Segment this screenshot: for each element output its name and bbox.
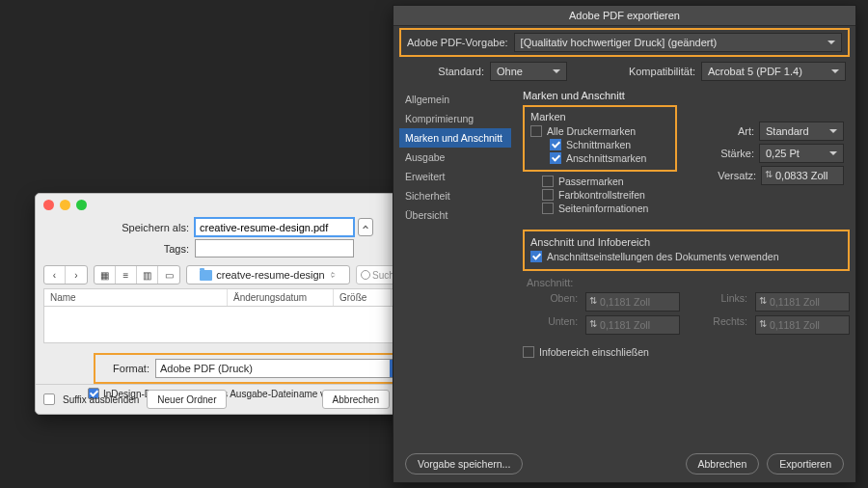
chevron-left-icon[interactable]: ‹ <box>44 266 66 284</box>
format-label: Format: <box>99 363 149 374</box>
cancel-button[interactable]: Abbrechen <box>322 390 390 409</box>
view-mode-segment[interactable]: ▦ ≡ ▥ ▭ <box>94 265 180 285</box>
mark-type-select[interactable]: Standard <box>759 122 844 141</box>
use-doc-bleed-checkbox[interactable] <box>530 251 542 262</box>
standard-select[interactable]: Ohne <box>490 62 567 81</box>
bleed-marks-checkbox[interactable] <box>550 152 561 164</box>
close-icon[interactable] <box>43 200 54 210</box>
save-preset-button[interactable]: Vorgabe speichern... <box>405 453 523 474</box>
export-sidebar: Allgemein Komprimierung Marken und Ansch… <box>399 90 511 360</box>
icon-view-icon[interactable]: ▦ <box>95 266 116 284</box>
save-as-label: Speichern als: <box>36 222 195 233</box>
registration-marks-checkbox[interactable] <box>542 176 554 187</box>
preset-label: Adobe PDF-Vorgabe: <box>407 37 508 48</box>
export-cancel-button[interactable]: Abbrechen <box>686 453 760 474</box>
compat-label: Kompatibilität: <box>629 66 695 77</box>
pdf-export-dialog: Adobe PDF exportieren Adobe PDF-Vorgabe:… <box>393 5 856 483</box>
bleed-subtitle: Anschnitt: <box>527 277 850 288</box>
sidebar-item-summary[interactable]: Übersicht <box>399 205 511 225</box>
page-info-checkbox[interactable] <box>542 203 554 214</box>
hide-suffix-checkbox[interactable] <box>43 393 55 405</box>
bleed-top-input: 0,1181 Zoll <box>585 292 680 312</box>
col-name[interactable]: Name <box>44 289 228 306</box>
minimize-icon[interactable] <box>60 200 70 210</box>
color-bars-checkbox[interactable] <box>542 189 554 201</box>
save-as-input[interactable] <box>195 218 354 236</box>
dialog-title: Adobe PDF exportieren <box>393 6 855 26</box>
col-size[interactable]: Größe <box>334 289 392 306</box>
include-slug-checkbox[interactable] <box>523 346 534 358</box>
col-date[interactable]: Änderungsdatum <box>228 289 334 306</box>
sidebar-item-security[interactable]: Sicherheit <box>399 186 511 205</box>
chevron-updown-icon <box>329 271 337 279</box>
sidebar-item-output[interactable]: Ausgabe <box>399 148 511 167</box>
tags-label: Tags: <box>36 243 195 255</box>
bleed-right-input: 0,1181 Zoll <box>755 315 850 335</box>
list-view-icon[interactable]: ≡ <box>116 266 137 284</box>
preset-row-highlight: Adobe PDF-Vorgabe: [Qualitativ hochwerti… <box>399 28 850 57</box>
column-view-icon[interactable]: ▥ <box>137 266 158 284</box>
sidebar-item-marks-bleed[interactable]: Marken und Anschnitt <box>399 128 511 148</box>
mark-weight-select[interactable]: 0,25 Pt <box>759 144 844 163</box>
marks-group-title: Marken <box>530 111 669 122</box>
folder-select[interactable]: creatve-resume-design <box>186 265 350 285</box>
traffic-lights <box>43 200 87 210</box>
chevron-right-icon[interactable]: › <box>66 266 87 284</box>
marks-highlight: Marken Alle Druckermarken Schnittmarken … <box>523 105 677 172</box>
zoom-icon[interactable] <box>76 200 87 210</box>
nav-back-forward[interactable]: ‹ › <box>43 265 88 285</box>
sidebar-item-general[interactable]: Allgemein <box>399 90 511 109</box>
bleed-bottom-input: 0,1181 Zoll <box>585 315 680 335</box>
format-row-highlight: Format: Adobe PDF (Druck) <box>94 353 412 384</box>
compat-select[interactable]: Acrobat 5 (PDF 1.4) <box>701 62 846 81</box>
crop-marks-checkbox[interactable] <box>550 139 561 150</box>
standard-label: Standard: <box>403 66 484 77</box>
preset-select[interactable]: [Qualitativ hochwertiger Druck] (geänder… <box>514 33 842 52</box>
bleed-left-input: 0,1181 Zoll <box>755 292 850 312</box>
folder-icon <box>200 270 212 281</box>
sidebar-item-advanced[interactable]: Erweitert <box>399 167 511 186</box>
expand-toggle-button[interactable] <box>358 218 373 236</box>
bleed-highlight: Anschnitt und Infobereich Anschnittseins… <box>523 230 850 271</box>
export-button[interactable]: Exportieren <box>767 453 844 474</box>
new-folder-button[interactable]: Neuer Ordner <box>147 390 227 409</box>
sidebar-item-compression[interactable]: Komprimierung <box>399 109 511 128</box>
gallery-view-icon[interactable]: ▭ <box>158 266 179 284</box>
all-marks-checkbox[interactable] <box>530 125 542 137</box>
section-title: Marken und Anschnitt <box>523 90 850 101</box>
tags-input[interactable] <box>195 239 354 258</box>
hide-suffix-label: Suffix ausblenden <box>63 394 139 405</box>
mark-offset-input[interactable]: 0,0833 Zoll <box>761 166 844 185</box>
bleed-section-title: Anschnitt und Infobereich <box>530 236 842 248</box>
folder-name: creatve-resume-design <box>216 269 325 281</box>
format-select[interactable]: Adobe PDF (Druck) <box>155 359 406 378</box>
